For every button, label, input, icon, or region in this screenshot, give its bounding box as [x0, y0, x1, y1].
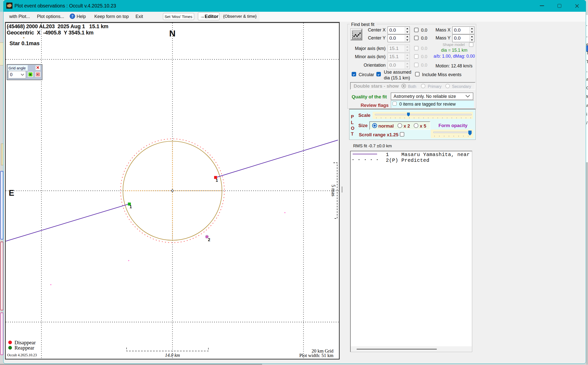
svg-text:Star 0.1mas: Star 0.1mas — [9, 40, 40, 46]
svg-text:(45468) 2000 AL203 2025 Aug 1: (45468) 2000 AL203 2025 Aug 1 15.1 km — [7, 23, 108, 29]
svg-text:Geocentric X -4905.8 Y 3545: Geocentric X -4905.8 Y 3545.1 km — [7, 30, 94, 36]
svg-text:1: 1 — [130, 204, 132, 209]
svg-text:?: ? — [71, 14, 73, 18]
svg-text:14.0 km: 14.0 km — [165, 353, 180, 358]
svg-text:Plot width: 51 km: Plot width: 51 km — [299, 353, 333, 358]
svg-text:2: 2 — [208, 237, 210, 242]
svg-text:E: E — [9, 188, 14, 197]
svg-text:Reappear: Reappear — [14, 345, 34, 351]
svg-text:N: N — [169, 28, 175, 38]
svg-text:5 mas: 5 mas — [331, 184, 336, 196]
svg-text:Occult 4.2025.10.23: Occult 4.2025.10.23 — [7, 353, 37, 357]
svg-text:1: 1 — [216, 178, 218, 183]
